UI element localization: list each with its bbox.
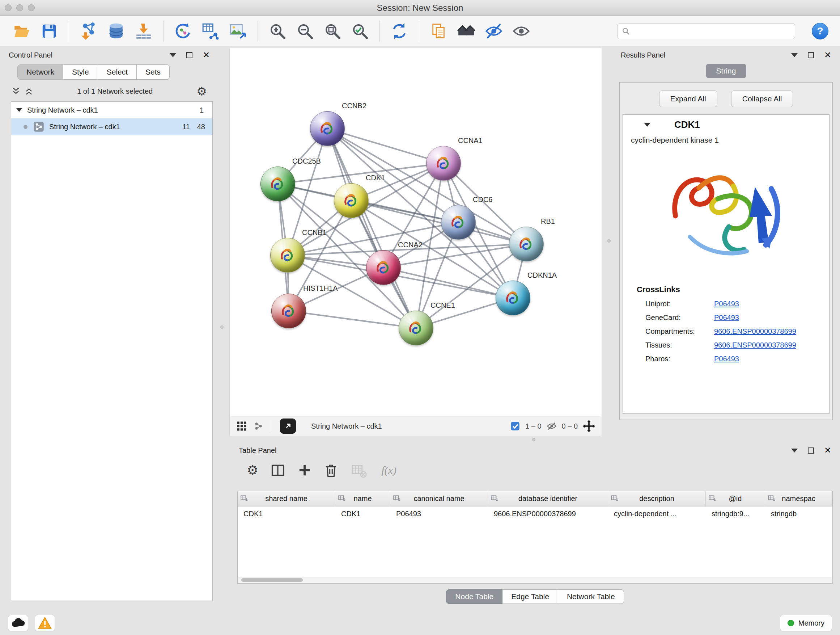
memory-button[interactable]: Memory xyxy=(780,615,832,631)
caret-down-icon[interactable] xyxy=(16,108,22,112)
column-header-canonical-name[interactable]: canonical name xyxy=(390,491,488,506)
network-collection-row[interactable]: String Network – cdk1 1 xyxy=(11,102,212,119)
import-network-database-button[interactable] xyxy=(106,21,126,41)
table-cell[interactable]: 9606.ENSP00000378699 xyxy=(488,507,608,522)
network-node-ccnb1[interactable] xyxy=(270,238,305,272)
network-overview-icon[interactable] xyxy=(253,421,264,432)
panel-menu-icon[interactable] xyxy=(791,53,798,57)
network-node-cdc25b[interactable] xyxy=(261,166,295,201)
expand-all-button[interactable]: Expand All xyxy=(659,90,717,107)
column-sort-icon[interactable] xyxy=(338,494,346,502)
tab-network[interactable]: Network xyxy=(17,65,63,80)
section-header[interactable]: CDK1 xyxy=(623,115,829,134)
column-header-database-identifier[interactable]: database identifier xyxy=(488,491,608,506)
cloud-status-button[interactable] xyxy=(8,615,28,631)
grid-view-icon[interactable] xyxy=(236,421,247,432)
zoom-selected-button[interactable] xyxy=(350,21,370,41)
toolbar-search[interactable] xyxy=(617,23,795,39)
panel-float-icon[interactable] xyxy=(808,52,814,58)
panel-float-icon[interactable] xyxy=(808,448,814,454)
warnings-button[interactable] xyxy=(35,615,55,631)
show-hidden-button[interactable] xyxy=(511,21,531,41)
save-session-button[interactable] xyxy=(39,21,59,41)
scrollbar-thumb[interactable] xyxy=(241,578,303,582)
left-splitter-handle[interactable] xyxy=(220,325,224,329)
table-settings-gear-icon[interactable]: ⚙ xyxy=(247,464,258,477)
column-sort-icon[interactable] xyxy=(491,494,499,502)
selected-checkbox-icon[interactable] xyxy=(510,421,520,431)
tab-style[interactable]: Style xyxy=(63,65,98,80)
table-horizontal-scrollbar[interactable] xyxy=(238,577,832,583)
tab-node-table[interactable]: Node Table xyxy=(446,589,502,604)
show-all-views-button[interactable] xyxy=(456,21,477,41)
table-cell[interactable]: CDK1 xyxy=(238,507,335,522)
network-node-ccna2[interactable] xyxy=(366,250,401,285)
network-canvas[interactable]: CCNB2CCNA1CDC25BCDK1CDC6RB1CCNB1CCNA2CDK… xyxy=(230,48,602,416)
export-image-button[interactable] xyxy=(228,21,248,41)
detach-view-button[interactable] xyxy=(280,418,296,434)
panel-close-icon[interactable]: ✕ xyxy=(824,51,831,59)
crosslink-value-link[interactable]: P06493 xyxy=(714,300,739,308)
search-input[interactable] xyxy=(633,27,790,35)
collapse-all-icon[interactable] xyxy=(11,87,20,96)
window-close-button[interactable] xyxy=(5,4,11,11)
panel-float-icon[interactable] xyxy=(186,52,193,58)
hide-selected-button[interactable] xyxy=(484,21,504,41)
window-zoom-button[interactable] xyxy=(28,4,35,11)
network-node-ccnb2[interactable] xyxy=(310,111,345,146)
help-button[interactable]: ? xyxy=(812,23,829,40)
column-header-@id[interactable]: @id xyxy=(706,491,765,506)
bottom-splitter-handle[interactable] xyxy=(532,438,535,441)
column-sort-icon[interactable] xyxy=(240,494,248,502)
zoom-in-button[interactable] xyxy=(267,21,287,41)
panel-menu-icon[interactable] xyxy=(791,448,798,453)
column-header-description[interactable]: description xyxy=(608,491,706,506)
network-node-ccna1[interactable] xyxy=(426,146,461,181)
table-cell[interactable]: CDK1 xyxy=(335,507,390,522)
network-row[interactable]: String Network – cdk1 11 48 xyxy=(11,119,212,135)
column-sort-icon[interactable] xyxy=(767,494,775,502)
window-minimize-button[interactable] xyxy=(16,4,23,11)
panel-close-icon[interactable]: ✕ xyxy=(824,446,831,455)
crosslink-value-link[interactable]: 9606.ENSP00000378699 xyxy=(714,327,796,336)
panel-menu-icon[interactable] xyxy=(170,53,176,57)
expand-all-icon[interactable] xyxy=(25,87,33,96)
pan-crosshair-icon[interactable] xyxy=(583,420,595,432)
column-sort-icon[interactable] xyxy=(393,494,401,502)
crosslink-value-link[interactable]: 9606.ENSP00000378699 xyxy=(714,341,796,349)
table-cell[interactable]: cyclin-dependent ... xyxy=(608,507,706,522)
network-node-ccne1[interactable] xyxy=(399,310,433,345)
network-options-gear-icon[interactable]: ⚙ xyxy=(196,86,207,97)
table-cell[interactable]: stringdb xyxy=(765,507,832,522)
function-builder-icon[interactable]: f(x) xyxy=(381,464,396,477)
network-node-cdkn1a[interactable] xyxy=(496,280,531,315)
panel-close-icon[interactable]: ✕ xyxy=(202,51,210,59)
network-from-table-button[interactable] xyxy=(201,21,221,41)
collapse-all-button[interactable]: Collapse All xyxy=(731,90,793,107)
zoom-out-button[interactable] xyxy=(295,21,315,41)
tab-select[interactable]: Select xyxy=(98,65,137,80)
column-sort-icon[interactable] xyxy=(611,494,619,502)
show-columns-icon[interactable] xyxy=(270,462,286,478)
new-network-button[interactable] xyxy=(173,21,193,41)
column-header-shared-name[interactable]: shared name xyxy=(238,491,335,506)
right-splitter-handle[interactable] xyxy=(607,239,611,242)
hidden-eye-icon[interactable] xyxy=(546,421,557,431)
clipboard-button[interactable] xyxy=(429,21,449,41)
crosslink-value-link[interactable]: P06493 xyxy=(714,355,739,363)
tab-string[interactable]: String xyxy=(706,64,746,78)
caret-down-icon[interactable] xyxy=(644,123,651,127)
table-cell[interactable]: P06493 xyxy=(390,507,488,522)
zoom-fit-button[interactable] xyxy=(322,21,343,41)
delete-icon[interactable] xyxy=(324,463,339,478)
column-sort-icon[interactable] xyxy=(708,494,716,502)
tab-sets[interactable]: Sets xyxy=(137,65,170,80)
network-node-hist1h1a[interactable] xyxy=(271,294,306,328)
import-table-button[interactable] xyxy=(134,21,154,41)
tab-edge-table[interactable]: Edge Table xyxy=(502,589,558,604)
refresh-button[interactable] xyxy=(389,21,409,41)
network-node-cdc6[interactable] xyxy=(441,205,476,240)
import-network-file-button[interactable] xyxy=(79,21,99,41)
crosslink-value-link[interactable]: P06493 xyxy=(714,314,739,322)
table-cell[interactable]: stringdb:9... xyxy=(706,507,765,522)
